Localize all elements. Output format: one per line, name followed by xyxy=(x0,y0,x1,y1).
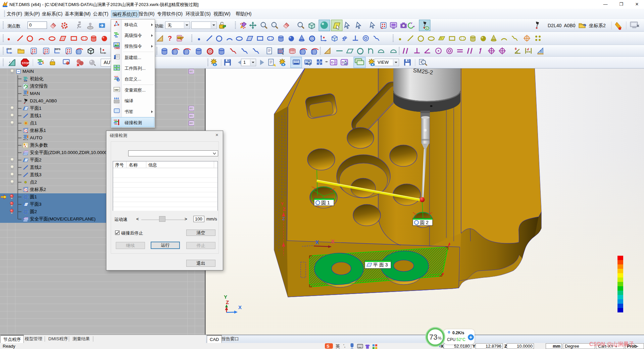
svg-text:73: 73 xyxy=(429,333,437,341)
svg-text:X: X xyxy=(315,239,319,246)
svg-text:Y: Y xyxy=(281,201,284,206)
svg-text:IO: IO xyxy=(117,68,120,70)
svg-text:S: S xyxy=(327,344,330,349)
svg-text:英: 英 xyxy=(336,344,340,349)
svg-text:IO: IO xyxy=(114,65,117,67)
svg-text:X: X xyxy=(238,304,242,310)
svg-text:X: X xyxy=(331,239,335,245)
svg-text:%: % xyxy=(438,336,442,341)
svg-text:圆 2: 圆 2 xyxy=(420,220,429,225)
svg-text:IO: IO xyxy=(117,65,120,67)
svg-text:’,: ’, xyxy=(343,344,345,348)
svg-text:2: 2 xyxy=(117,79,119,82)
svg-text:Z: Z xyxy=(283,207,286,212)
svg-text:Y: Y xyxy=(224,294,227,300)
svg-text:var:: var: xyxy=(114,88,119,91)
svg-text:平 面 3: 平 面 3 xyxy=(373,262,388,267)
svg-text:Z: Z xyxy=(226,299,229,305)
svg-text:IO: IO xyxy=(114,68,117,70)
svg-text:CPU: CPU xyxy=(447,337,455,342)
svg-text:圆 1: 圆 1 xyxy=(321,200,330,205)
svg-text:52°C: 52°C xyxy=(456,337,465,342)
svg-text:CMD: CMD xyxy=(114,47,120,49)
svg-text:0.2K/s: 0.2K/s xyxy=(452,331,464,335)
